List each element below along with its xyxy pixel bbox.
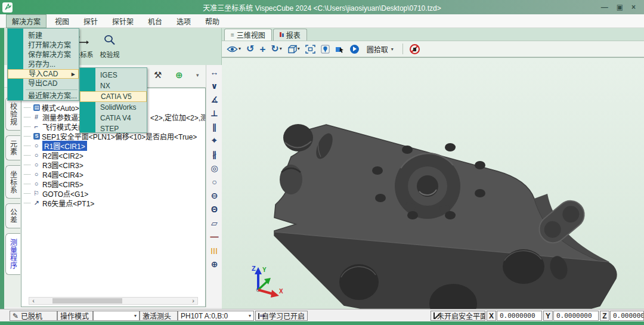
chevron-down-icon: ▾ [134, 313, 137, 318]
mode-icon: ▤ [33, 104, 40, 111]
symmetry-icon[interactable]: ⊖ [206, 188, 222, 202]
box-select-button[interactable] [335, 45, 345, 53]
tab-elements[interactable]: 元素 [5, 135, 20, 160]
restore-button[interactable]: ▣ [617, 3, 623, 11]
menu-options[interactable]: 选项 [171, 14, 197, 28]
runout-icon[interactable]: Θ [206, 202, 222, 216]
menu-item-import-cad[interactable]: 导入CAD ▶ [8, 69, 79, 79]
cylindricity-icon[interactable]: ||| [206, 243, 222, 257]
axis-z-label: Z [252, 265, 256, 272]
menu-item-save-as[interactable]: 另存为... [8, 60, 79, 69]
rotate-view-button[interactable]: ↻▾ [271, 44, 281, 54]
window-bottom-edge [0, 321, 644, 325]
tree-item-circle-r5[interactable]: ○R5圆<CIR5> [24, 179, 204, 188]
orbit-button[interactable]: ↺ [246, 44, 254, 54]
true-position-icon[interactable]: ⊕ [206, 257, 222, 271]
fit-view-button[interactable] [305, 45, 315, 54]
menu-machine[interactable]: 机台 [142, 14, 168, 28]
close-button[interactable]: × [631, 3, 636, 11]
hammer-tool-icon[interactable]: ⚒ [154, 70, 162, 81]
menu-item-open-solution[interactable]: 打开解决方案 [8, 41, 79, 50]
x-axis-label: X [487, 311, 496, 321]
run-button[interactable] [350, 45, 359, 54]
concentricity-icon[interactable]: ◎ [206, 161, 222, 175]
active-probe-dropdown[interactable]: PH10T A:0,B:0▾ [178, 311, 254, 321]
tree-horizontal-scrollbar[interactable]: ‹ › [29, 297, 198, 305]
scroll-right-icon[interactable]: › [189, 298, 197, 304]
locate-button[interactable] [321, 45, 330, 54]
tree-item-circle-r3[interactable]: ○R3圆<CIR3> [24, 160, 204, 169]
y-axis-label: Y [543, 311, 553, 321]
menu-probe[interactable]: 探针 [78, 14, 104, 28]
submenu-item-solidworks[interactable]: SolidWorks [80, 102, 147, 113]
window-title: 天准三坐标系统 VispecCube 2024 <C:\Users\jiaosi… [0, 2, 644, 13]
axes-triad: Z Y X [244, 264, 286, 301]
tree-item-vector-point[interactable]: ↗R6矢量点<PT1> [24, 198, 204, 208]
straightness-icon[interactable]: — [206, 230, 222, 243]
cube-view-button[interactable]: ▾ [287, 45, 300, 54]
status-bar: ✎ 已脱机 操作模式 ▾ 激活测头 PH10T A:0,B:0▾ 自学习已开启 … [0, 309, 644, 321]
cube-icon [287, 45, 297, 54]
check-gauge-label: 校验规 [100, 49, 120, 59]
tab-check-gauge[interactable]: 校验规 [5, 97, 20, 131]
submenu-item-catia-v4[interactable]: CATIA V4 [80, 113, 147, 123]
angularity-icon[interactable]: ∦ [206, 147, 222, 161]
probe-target-icon[interactable]: ⊕ [175, 70, 183, 81]
tab-tolerance[interactable]: 公差 [5, 203, 20, 228]
parallelism-icon[interactable]: ∥ [206, 120, 222, 134]
chevron-down-icon: ▾ [249, 313, 251, 318]
rotate-icon: ↻ [271, 44, 278, 54]
visibility-button[interactable]: ▾ [227, 45, 241, 53]
flatness-icon[interactable]: ▱ [206, 216, 222, 230]
parameters-icon: # [32, 113, 41, 120]
gdt-toolbar: ↔ ∨ ∡ ⊥ ∥ ⌖ ∦ ◎ ○ ⊖ Θ ▱ — ||| ⊕ [206, 65, 222, 307]
view-tab-icon: ≡ [231, 32, 234, 38]
tab-3d-view[interactable]: ≡ 三维视图 [224, 29, 272, 41]
operation-mode-dropdown[interactable]: ▾ [93, 311, 140, 321]
safety-plane-off-icon [434, 312, 435, 319]
circle-pick-dropdown[interactable]: 圆拾取 ▾ [364, 43, 396, 55]
tree-item-circle-r2[interactable]: ○R2圆<CIR2> [24, 150, 204, 160]
menu-probe-rack[interactable]: 探针架 [106, 14, 140, 28]
pan-button[interactable]: + [259, 44, 265, 54]
toolbar-overflow-icon[interactable]: ▾ [196, 72, 199, 78]
distance-icon[interactable]: ↔ [206, 65, 222, 79]
tab-measure-program[interactable]: 测量程序 [5, 233, 20, 275]
tree-connector [24, 107, 30, 108]
submenu-item-nx[interactable]: NX [80, 81, 147, 91]
submenu-item-catia-v5[interactable]: CATIA V5 [80, 91, 147, 102]
menu-solution[interactable]: 解决方案 [6, 14, 47, 28]
tree-item-goto-point[interactable]: ⚐GOTO点<G1> [24, 188, 204, 198]
menu-item-export-cad[interactable]: 导出CAD [8, 79, 79, 88]
tab-report[interactable]: 报表 [273, 29, 307, 41]
menu-item-recent-solutions[interactable]: 最近解决方案... [8, 91, 79, 101]
z-axis-label: Z [600, 311, 609, 321]
menu-help[interactable]: 帮助 [199, 14, 225, 28]
toolbar-separator [402, 44, 403, 54]
angle-icon[interactable]: ∨ [206, 79, 222, 92]
circle-icon: ○ [32, 142, 41, 149]
roundness-icon[interactable]: ○ [206, 175, 222, 188]
scroll-left-icon[interactable]: ‹ [29, 298, 38, 304]
position-target-icon[interactable]: ⌖ [206, 134, 222, 147]
menu-item-save-solution[interactable]: 保存解决方案 [8, 50, 79, 60]
tree-item-circle-r4[interactable]: ○R4圆<CIR4> [24, 169, 204, 179]
probe-disabled-icon[interactable] [410, 44, 420, 54]
goto-flag-icon: ⚐ [32, 190, 41, 197]
tree-item-circle-r1[interactable]: ○R1圆<CIR1> [24, 141, 204, 150]
check-gauge-button[interactable]: 校验规 [97, 30, 123, 63]
submenu-item-iges[interactable]: IGES [80, 70, 147, 81]
left-tab-strip: 校验规 元素 坐标系 公差 测量程序 [5, 89, 21, 307]
scrollbar-thumb[interactable] [52, 298, 122, 304]
menu-view[interactable]: 视图 [49, 14, 75, 28]
viewport-3d[interactable]: Z Y X [222, 57, 644, 309]
submenu-item-step[interactable]: STEP [80, 123, 147, 134]
right-panel: ≡ 三维视图 报表 ▾ ↺ + ↻▾ ▾ [222, 28, 644, 309]
angle-between-lines-icon[interactable]: ∡ [206, 92, 222, 106]
menu-item-new[interactable]: 新建 [8, 31, 79, 41]
view-tab-strip: ≡ 三维视图 报表 [222, 28, 644, 41]
axis-y-label: Y [262, 267, 267, 273]
tab-coordinate-system[interactable]: 坐标系 [5, 165, 20, 199]
perpendicularity-icon[interactable]: ⊥ [206, 106, 222, 120]
minimize-button[interactable]: — [601, 3, 608, 11]
